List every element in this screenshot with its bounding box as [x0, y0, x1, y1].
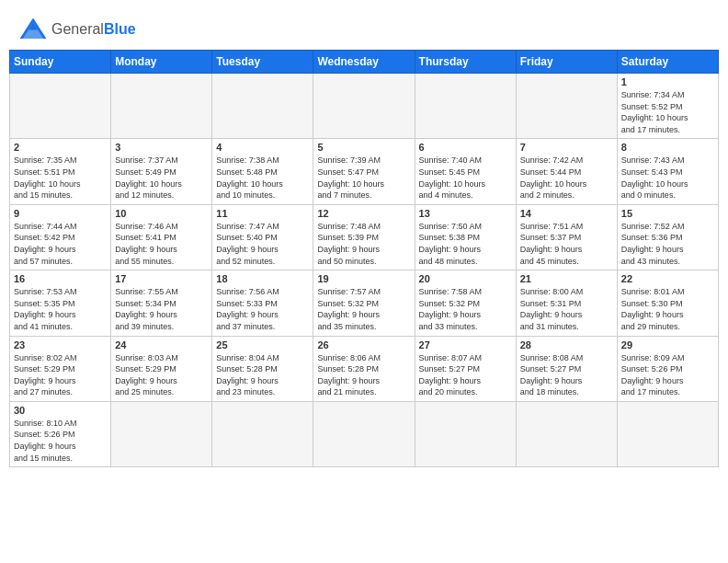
week-row-1: 1Sunrise: 7:34 AMSunset: 5:52 PMDaylight…	[10, 74, 719, 139]
day-info: Sunrise: 7:53 AMSunset: 5:35 PMDaylight:…	[14, 286, 107, 332]
calendar-cell: 6Sunrise: 7:40 AMSunset: 5:45 PMDaylight…	[415, 139, 516, 204]
calendar-cell	[516, 74, 617, 139]
day-number: 8	[621, 142, 714, 153]
day-info: Sunrise: 7:42 AMSunset: 5:44 PMDaylight:…	[520, 155, 613, 201]
calendar-cell: 5Sunrise: 7:39 AMSunset: 5:47 PMDaylight…	[313, 139, 415, 204]
header: GeneralBlue	[9, 9, 719, 46]
day-number: 1	[621, 76, 714, 87]
day-info: Sunrise: 8:02 AMSunset: 5:29 PMDaylight:…	[14, 352, 107, 398]
week-row-4: 16Sunrise: 7:53 AMSunset: 5:35 PMDayligh…	[10, 270, 719, 336]
calendar-cell	[617, 401, 718, 466]
calendar-cell: 19Sunrise: 7:57 AMSunset: 5:32 PMDayligh…	[313, 270, 415, 336]
week-row-3: 9Sunrise: 7:44 AMSunset: 5:42 PMDaylight…	[10, 204, 719, 270]
day-info: Sunrise: 7:57 AMSunset: 5:32 PMDaylight:…	[317, 286, 410, 332]
calendar-cell: 10Sunrise: 7:46 AMSunset: 5:41 PMDayligh…	[111, 204, 212, 270]
weekday-header-saturday: Saturday	[617, 51, 718, 74]
day-info: Sunrise: 8:06 AMSunset: 5:28 PMDaylight:…	[317, 352, 410, 398]
day-info: Sunrise: 7:39 AMSunset: 5:47 PMDaylight:…	[317, 155, 410, 201]
day-number: 30	[14, 405, 107, 416]
calendar-cell	[415, 401, 516, 466]
logo: GeneralBlue	[18, 17, 136, 42]
day-info: Sunrise: 7:48 AMSunset: 5:39 PMDaylight:…	[317, 221, 410, 267]
day-number: 17	[115, 273, 208, 284]
week-row-6: 30Sunrise: 8:10 AMSunset: 5:26 PMDayligh…	[10, 401, 719, 466]
calendar-cell: 30Sunrise: 8:10 AMSunset: 5:26 PMDayligh…	[10, 401, 111, 466]
day-number: 3	[115, 142, 208, 153]
day-number: 10	[115, 208, 208, 219]
calendar-cell: 20Sunrise: 7:58 AMSunset: 5:32 PMDayligh…	[415, 270, 516, 336]
day-info: Sunrise: 8:04 AMSunset: 5:28 PMDaylight:…	[216, 352, 309, 398]
day-info: Sunrise: 7:56 AMSunset: 5:33 PMDaylight:…	[216, 286, 309, 332]
calendar-cell	[313, 401, 415, 466]
calendar-cell: 3Sunrise: 7:37 AMSunset: 5:49 PMDaylight…	[111, 139, 212, 204]
calendar-cell: 2Sunrise: 7:35 AMSunset: 5:51 PMDaylight…	[10, 139, 111, 204]
day-info: Sunrise: 7:47 AMSunset: 5:40 PMDaylight:…	[216, 221, 309, 267]
calendar-cell: 22Sunrise: 8:01 AMSunset: 5:30 PMDayligh…	[617, 270, 718, 336]
day-number: 24	[115, 339, 208, 350]
day-info: Sunrise: 8:09 AMSunset: 5:26 PMDaylight:…	[621, 352, 714, 398]
calendar-cell: 17Sunrise: 7:55 AMSunset: 5:34 PMDayligh…	[111, 270, 212, 336]
generalblue-logo-icon	[18, 17, 48, 42]
day-info: Sunrise: 7:58 AMSunset: 5:32 PMDaylight:…	[419, 286, 512, 332]
day-info: Sunrise: 7:52 AMSunset: 5:36 PMDaylight:…	[621, 221, 714, 267]
calendar-cell: 13Sunrise: 7:50 AMSunset: 5:38 PMDayligh…	[415, 204, 516, 270]
day-number: 2	[14, 142, 107, 153]
calendar-cell: 26Sunrise: 8:06 AMSunset: 5:28 PMDayligh…	[313, 336, 415, 401]
day-info: Sunrise: 7:51 AMSunset: 5:37 PMDaylight:…	[520, 221, 613, 267]
calendar-cell: 7Sunrise: 7:42 AMSunset: 5:44 PMDaylight…	[516, 139, 617, 204]
day-number: 29	[621, 339, 714, 350]
day-info: Sunrise: 7:43 AMSunset: 5:43 PMDaylight:…	[621, 155, 714, 201]
day-info: Sunrise: 8:00 AMSunset: 5:31 PMDaylight:…	[520, 286, 613, 332]
calendar-cell: 29Sunrise: 8:09 AMSunset: 5:26 PMDayligh…	[617, 336, 718, 401]
weekday-header-wednesday: Wednesday	[313, 51, 415, 74]
calendar-cell	[212, 401, 313, 466]
day-number: 28	[520, 339, 613, 350]
day-number: 7	[520, 142, 613, 153]
day-number: 22	[621, 273, 714, 284]
day-number: 18	[216, 273, 309, 284]
calendar-cell	[415, 74, 516, 139]
day-info: Sunrise: 8:08 AMSunset: 5:27 PMDaylight:…	[520, 352, 613, 398]
day-info: Sunrise: 8:07 AMSunset: 5:27 PMDaylight:…	[419, 352, 512, 398]
calendar-cell: 11Sunrise: 7:47 AMSunset: 5:40 PMDayligh…	[212, 204, 313, 270]
day-info: Sunrise: 7:50 AMSunset: 5:38 PMDaylight:…	[419, 221, 512, 267]
day-number: 21	[520, 273, 613, 284]
calendar: SundayMondayTuesdayWednesdayThursdayFrid…	[9, 50, 719, 467]
day-number: 23	[14, 339, 107, 350]
day-number: 19	[317, 273, 410, 284]
weekday-header-monday: Monday	[111, 51, 212, 74]
calendar-cell: 18Sunrise: 7:56 AMSunset: 5:33 PMDayligh…	[212, 270, 313, 336]
calendar-cell	[10, 74, 111, 139]
calendar-cell	[313, 74, 415, 139]
calendar-cell: 24Sunrise: 8:03 AMSunset: 5:29 PMDayligh…	[111, 336, 212, 401]
day-info: Sunrise: 8:10 AMSunset: 5:26 PMDaylight:…	[14, 418, 107, 464]
day-info: Sunrise: 7:37 AMSunset: 5:49 PMDaylight:…	[115, 155, 208, 201]
calendar-cell: 9Sunrise: 7:44 AMSunset: 5:42 PMDaylight…	[10, 204, 111, 270]
calendar-cell	[111, 74, 212, 139]
day-number: 16	[14, 273, 107, 284]
day-info: Sunrise: 7:55 AMSunset: 5:34 PMDaylight:…	[115, 286, 208, 332]
day-info: Sunrise: 7:38 AMSunset: 5:48 PMDaylight:…	[216, 155, 309, 201]
day-info: Sunrise: 7:34 AMSunset: 5:52 PMDaylight:…	[621, 89, 714, 135]
calendar-cell: 15Sunrise: 7:52 AMSunset: 5:36 PMDayligh…	[617, 204, 718, 270]
day-number: 14	[520, 208, 613, 219]
weekday-header-sunday: Sunday	[10, 51, 111, 74]
calendar-cell: 21Sunrise: 8:00 AMSunset: 5:31 PMDayligh…	[516, 270, 617, 336]
calendar-cell: 23Sunrise: 8:02 AMSunset: 5:29 PMDayligh…	[10, 336, 111, 401]
weekday-header-friday: Friday	[516, 51, 617, 74]
day-info: Sunrise: 8:01 AMSunset: 5:30 PMDaylight:…	[621, 286, 714, 332]
day-number: 11	[216, 208, 309, 219]
day-info: Sunrise: 7:40 AMSunset: 5:45 PMDaylight:…	[419, 155, 512, 201]
logo-text: GeneralBlue	[51, 20, 136, 38]
weekday-header-tuesday: Tuesday	[212, 51, 313, 74]
calendar-cell: 14Sunrise: 7:51 AMSunset: 5:37 PMDayligh…	[516, 204, 617, 270]
day-number: 15	[621, 208, 714, 219]
weekday-header-row: SundayMondayTuesdayWednesdayThursdayFrid…	[10, 51, 719, 74]
day-info: Sunrise: 7:35 AMSunset: 5:51 PMDaylight:…	[14, 155, 107, 201]
calendar-cell: 16Sunrise: 7:53 AMSunset: 5:35 PMDayligh…	[10, 270, 111, 336]
day-info: Sunrise: 7:44 AMSunset: 5:42 PMDaylight:…	[14, 221, 107, 267]
day-number: 12	[317, 208, 410, 219]
week-row-5: 23Sunrise: 8:02 AMSunset: 5:29 PMDayligh…	[10, 336, 719, 401]
calendar-cell: 25Sunrise: 8:04 AMSunset: 5:28 PMDayligh…	[212, 336, 313, 401]
day-info: Sunrise: 8:03 AMSunset: 5:29 PMDaylight:…	[115, 352, 208, 398]
